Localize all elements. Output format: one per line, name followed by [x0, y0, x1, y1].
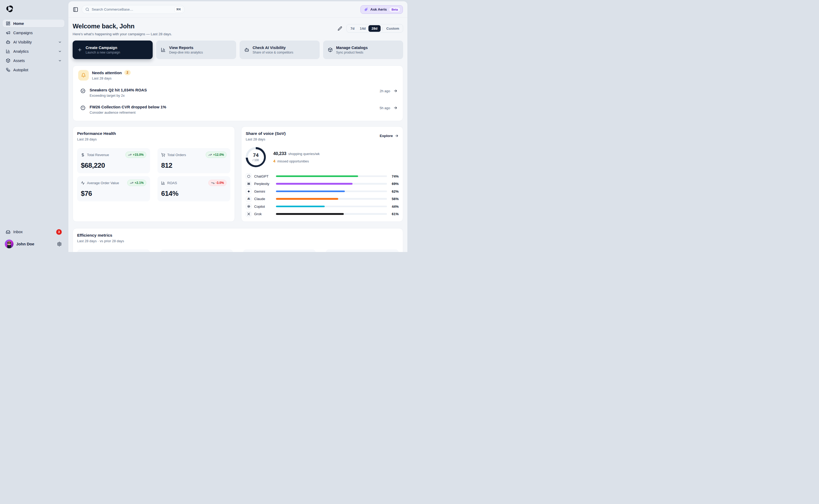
efficiency-period: Last 28 days · vs prior 28 days	[77, 239, 399, 243]
metric-label: Total Orders	[167, 153, 204, 157]
megaphone-icon	[6, 30, 10, 35]
sov-queries: 40,233 shopping queries/wk	[273, 151, 320, 156]
sidebar-item-campaigns[interactable]: Campaigns	[3, 29, 64, 37]
attention-item-time: 5h ago	[380, 106, 390, 110]
sidebar-item-label: Home	[13, 21, 62, 26]
keyboard-shortcut-badge: ⌘K	[174, 7, 183, 12]
inbox-unread-badge: 3	[56, 229, 62, 235]
package-icon	[328, 47, 333, 52]
view-reports-card[interactable]: View Reports Deep-dive into analytics	[156, 41, 236, 59]
inbox-label: Inbox	[13, 230, 23, 234]
claude-icon: A\	[246, 196, 252, 202]
grok-icon	[246, 211, 252, 217]
provider-bar	[276, 206, 387, 207]
metric-value: 812	[161, 161, 227, 170]
provider-pct: 62%	[390, 189, 399, 193]
page-title: Welcome back, John	[73, 23, 172, 30]
sov-score: 74	[253, 153, 258, 158]
attention-item[interactable]: Sneakers Q2 hit 1,034% ROAS Exceeding ta…	[80, 88, 398, 98]
metric-value: $76	[81, 189, 146, 198]
provider-bar	[276, 191, 387, 192]
arrow-right-icon	[395, 134, 399, 138]
metric-roas: ROAS -3.0% 614%	[157, 176, 230, 201]
sidebar-item-label: Autopilot	[13, 68, 62, 72]
quick-action-title: Manage Catalogs	[336, 46, 368, 50]
metric-total-orders: Total Orders +12.0% 812	[157, 148, 230, 173]
sparkles-icon	[364, 7, 368, 12]
provider-bar	[276, 175, 387, 177]
search-box[interactable]: ⌘K	[82, 5, 185, 14]
bell-chip	[78, 70, 89, 81]
beta-badge: Beta	[389, 7, 400, 12]
performance-health-card: Performance Health Last 28 days Total Re…	[73, 126, 235, 222]
attention-item-subtitle: Exceeding target by 2x	[90, 94, 376, 98]
ask-aeris-label: Ask Aeris	[370, 7, 387, 11]
attention-item-title: FW26 Collection CVR dropped below 1%	[90, 105, 376, 109]
sidebar-item-home[interactable]: Home	[3, 20, 64, 27]
metric-delta-badge: +12.0%	[206, 152, 227, 158]
plus-icon	[77, 47, 82, 52]
sidebar-item-analytics[interactable]: Analytics	[3, 47, 64, 55]
check-ai-visibility-card[interactable]: Check AI Visibility Share of voice & com…	[240, 41, 320, 59]
range-7d-button[interactable]: 7d	[348, 25, 357, 32]
sidebar-toggle-icon[interactable]	[73, 7, 78, 12]
sidebar-item-ai-visibility[interactable]: AI Visibility	[3, 38, 64, 46]
bot-icon	[6, 40, 10, 44]
attention-item[interactable]: FW26 Collection CVR dropped below 1% Con…	[80, 105, 398, 114]
provider-name: Grok	[254, 212, 273, 216]
search-icon	[85, 7, 89, 11]
provider-pct: 61%	[390, 212, 399, 216]
manage-catalogs-card[interactable]: Manage Catalogs Sync product feeds	[323, 41, 403, 59]
arrow-right-icon[interactable]	[393, 89, 398, 93]
trending-up-icon	[130, 181, 133, 185]
chevron-down-icon	[58, 50, 62, 53]
search-input[interactable]	[92, 7, 172, 11]
provider-name: Copilot	[254, 205, 273, 209]
dollar-icon	[81, 153, 85, 157]
range-custom-button[interactable]: Custom	[384, 25, 402, 32]
provider-bar	[276, 183, 387, 185]
metric-delta-badge: -3.0%	[208, 180, 227, 186]
user-profile[interactable]: John Doe	[3, 238, 64, 248]
sov-score-gauge: 74 / 100	[246, 147, 266, 167]
arrow-right-icon[interactable]	[393, 106, 398, 110]
create-campaign-card[interactable]: Create Campaign Launch a new campaign	[73, 41, 153, 59]
range-14d-button[interactable]: 14d	[357, 25, 368, 32]
sidebar-item-label: AI Visibility	[13, 40, 55, 44]
bot-icon	[244, 47, 249, 52]
main-area: ⌘K Ask Aeris Beta Welcome back, John Her…	[67, 0, 409, 252]
quick-actions: Create Campaign Launch a new campaign Vi…	[73, 41, 403, 59]
workflow-icon	[6, 68, 10, 72]
performance-period: Last 28 days	[77, 137, 230, 141]
quick-action-subtitle: Sync product feeds	[336, 51, 368, 54]
sidebar-item-assets[interactable]: Assets	[3, 57, 64, 64]
provider-bar	[276, 198, 387, 200]
top-bar: ⌘K Ask Aeris Beta	[68, 1, 407, 18]
explore-link[interactable]: Explore	[380, 134, 399, 138]
ask-aeris-button[interactable]: Ask Aeris Beta	[360, 5, 403, 14]
provider-row-copilot: Copilot 44%	[246, 204, 399, 209]
metric-label: Total Revenue	[87, 153, 123, 157]
provider-row-perplexity: Perplexity 69%	[246, 181, 399, 187]
trending-up-icon	[208, 153, 212, 157]
sidebar: Home Campaigns AI Visibility Analytics A…	[0, 0, 67, 252]
quick-action-title: Check AI Visibility	[253, 46, 293, 50]
range-divider: |	[381, 26, 384, 30]
range-28d-button[interactable]: 28d	[368, 25, 381, 32]
efficiency-tile	[77, 249, 150, 252]
quick-action-title: View Reports	[169, 46, 203, 50]
chevron-down-icon	[58, 59, 62, 63]
trending-down-icon	[211, 181, 214, 185]
quick-action-subtitle: Deep-dive into analytics	[169, 51, 203, 54]
metric-label: ROAS	[167, 181, 206, 185]
provider-row-claude: A\ Claude 56%	[246, 196, 399, 202]
provider-name: Perplexity	[254, 182, 273, 186]
attention-title: Needs attention	[92, 70, 122, 75]
sidebar-item-inbox[interactable]: Inbox 3	[3, 228, 64, 236]
settings-gear-icon[interactable]	[57, 242, 62, 246]
sidebar-item-autopilot[interactable]: Autopilot	[3, 66, 64, 74]
attention-item-subtitle: Consider audience refinement	[90, 110, 376, 114]
edit-pencil-icon[interactable]	[338, 26, 342, 31]
app-logo	[6, 5, 14, 13]
sov-score-max: / 100	[253, 158, 259, 162]
